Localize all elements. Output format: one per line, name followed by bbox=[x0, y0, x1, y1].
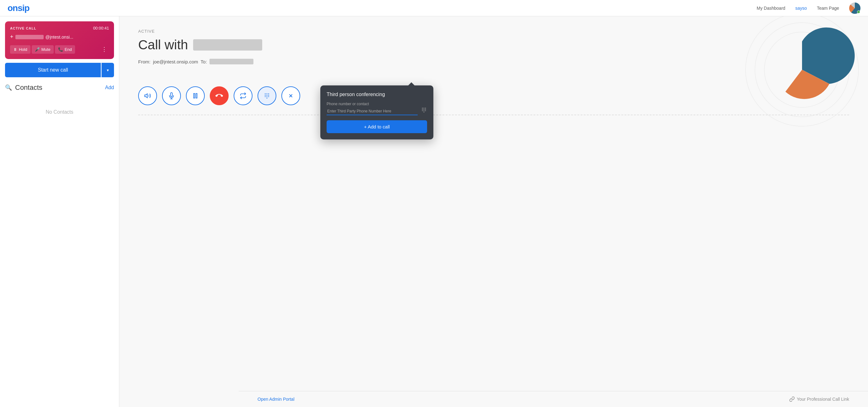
call-detail: ACTIVE Call with From: joe@jntest.onsip.… bbox=[119, 16, 868, 86]
svg-point-16 bbox=[268, 96, 269, 97]
active-call-actions: ⏸ Hold 🎤 Mute 📞 End ⋮ bbox=[10, 44, 109, 55]
svg-point-24 bbox=[424, 109, 425, 110]
conference-title: Third person conferencing bbox=[327, 92, 427, 97]
speaker-button[interactable] bbox=[138, 86, 157, 105]
nav-sayso[interactable]: sayso bbox=[796, 6, 807, 11]
professional-call-link: Your Professional Call Link bbox=[789, 396, 849, 402]
svg-point-8 bbox=[265, 93, 266, 94]
avatar-status-badge bbox=[857, 10, 860, 13]
conference-popup: Third person conferencing Phone number o… bbox=[320, 86, 433, 139]
conference-fields: Phone number or contact bbox=[327, 102, 418, 115]
avatar[interactable] bbox=[849, 2, 861, 14]
active-call-header: ACTIVE CALL 00:00:41 bbox=[10, 26, 109, 30]
divider bbox=[138, 115, 849, 115]
svg-rect-6 bbox=[194, 94, 195, 98]
add-contact-button[interactable]: Add bbox=[105, 85, 114, 90]
conference-keypad-icon[interactable] bbox=[421, 107, 427, 115]
pause-call-button[interactable] bbox=[186, 86, 205, 105]
start-call-row: Start new call ▾ bbox=[5, 63, 114, 77]
active-status-label: ACTIVE bbox=[138, 29, 849, 34]
add-to-call-button[interactable]: + Add to call bbox=[327, 120, 427, 133]
phone-number-input[interactable] bbox=[327, 107, 418, 115]
svg-point-22 bbox=[425, 108, 426, 109]
svg-point-23 bbox=[422, 109, 423, 110]
no-contacts-label: No Contacts bbox=[5, 109, 114, 115]
header-nav: My Dashboard sayso Team Page bbox=[757, 2, 861, 14]
mic-icon: 🎤 bbox=[35, 47, 40, 52]
from-email: joe@jntest.onsip.com bbox=[153, 59, 198, 64]
from-label: From: bbox=[138, 59, 150, 64]
keypad-button[interactable] bbox=[257, 86, 276, 105]
svg-point-20 bbox=[422, 108, 423, 109]
call-with-text: Call with bbox=[138, 37, 188, 53]
main-layout: ACTIVE CALL 00:00:41 + @jntest.onsi... ⏸… bbox=[0, 16, 868, 407]
conference-body: Phone number or contact bbox=[327, 102, 427, 115]
admin-portal-link[interactable]: Open Admin Portal bbox=[257, 397, 294, 402]
start-new-call-button[interactable]: Start new call bbox=[5, 63, 101, 77]
end-button[interactable]: 📞 End bbox=[55, 45, 75, 54]
svg-point-25 bbox=[425, 109, 426, 110]
svg-point-12 bbox=[267, 95, 268, 96]
phone-label: Phone number or contact bbox=[327, 102, 418, 106]
svg-point-15 bbox=[267, 96, 268, 97]
start-call-dropdown-button[interactable]: ▾ bbox=[101, 63, 114, 77]
svg-point-13 bbox=[268, 95, 269, 96]
svg-point-9 bbox=[267, 93, 268, 94]
svg-point-14 bbox=[265, 96, 266, 97]
logo-text: onsip bbox=[7, 3, 30, 13]
active-call-timer: 00:00:41 bbox=[93, 26, 109, 30]
call-domain: @jntest.onsi... bbox=[45, 35, 73, 39]
mute-button[interactable]: 🎤 Mute bbox=[32, 45, 54, 54]
footer: Open Admin Portal Your Professional Call… bbox=[239, 391, 868, 407]
svg-marker-3 bbox=[145, 94, 147, 98]
phone-end-icon: 📞 bbox=[58, 47, 63, 52]
svg-point-27 bbox=[424, 110, 425, 111]
svg-rect-7 bbox=[196, 94, 197, 98]
mute-call-button[interactable] bbox=[162, 86, 181, 105]
hold-button[interactable]: ⏸ Hold bbox=[10, 45, 30, 54]
active-call-number: + @jntest.onsi... bbox=[10, 34, 109, 40]
close-conference-button[interactable] bbox=[281, 86, 300, 105]
header: onsip My Dashboard sayso Team Page bbox=[0, 0, 868, 16]
svg-point-29 bbox=[424, 112, 425, 113]
logo: onsip bbox=[7, 3, 30, 13]
contacts-title: Contacts bbox=[15, 84, 102, 92]
active-call-label: ACTIVE CALL bbox=[10, 26, 36, 30]
to-label: To: bbox=[201, 59, 207, 64]
call-controls bbox=[119, 86, 868, 105]
pause-icon: ⏸ bbox=[13, 47, 17, 52]
svg-point-17 bbox=[267, 98, 268, 99]
plus-icon: + bbox=[10, 34, 13, 40]
end-call-button[interactable] bbox=[210, 86, 228, 105]
call-link-label: Your Professional Call Link bbox=[797, 397, 849, 402]
contacts-header: 🔍 Contacts Add bbox=[5, 84, 114, 92]
chevron-down-icon: ▾ bbox=[107, 68, 109, 72]
more-options-button[interactable]: ⋮ bbox=[99, 44, 109, 55]
svg-point-28 bbox=[425, 110, 426, 111]
caller-number-redacted bbox=[16, 35, 44, 39]
svg-point-10 bbox=[268, 93, 269, 94]
active-call-card: ACTIVE CALL 00:00:41 + @jntest.onsi... ⏸… bbox=[5, 21, 114, 59]
svg-point-26 bbox=[422, 110, 423, 111]
call-name-redacted bbox=[193, 39, 262, 51]
call-with-row: Call with bbox=[138, 37, 849, 53]
nav-team-page[interactable]: Team Page bbox=[817, 6, 839, 11]
to-number-redacted bbox=[210, 59, 253, 64]
search-icon: 🔍 bbox=[5, 84, 12, 91]
svg-point-11 bbox=[265, 95, 266, 96]
nav-my-dashboard[interactable]: My Dashboard bbox=[757, 6, 785, 11]
svg-point-21 bbox=[424, 108, 425, 109]
transfer-button[interactable] bbox=[234, 86, 252, 105]
main-content: ACTIVE Call with From: joe@jntest.onsip.… bbox=[119, 16, 868, 407]
sidebar: ACTIVE CALL 00:00:41 + @jntest.onsi... ⏸… bbox=[0, 16, 119, 407]
call-from-row: From: joe@jntest.onsip.com To: bbox=[138, 59, 849, 64]
